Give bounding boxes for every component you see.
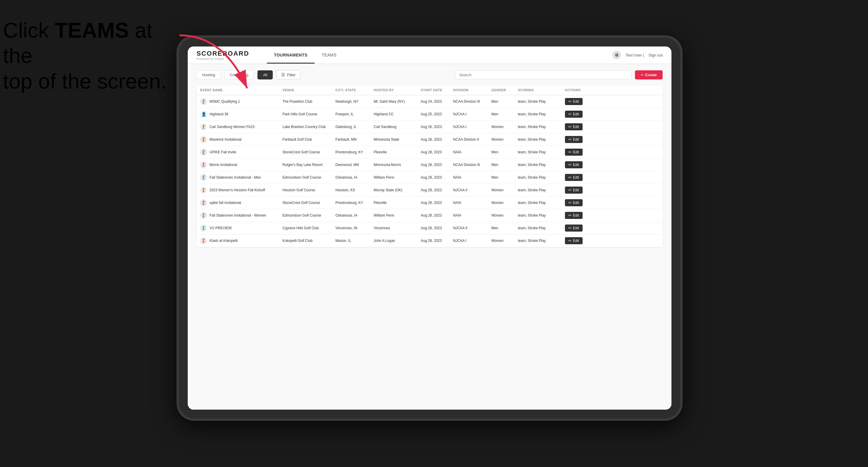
col-scoring: SCORING [518,88,565,92]
td-start-date: Aug 28, 2023 [421,150,453,154]
td-gender: Women [491,125,518,129]
table-row: 🏌 Morris Invitational Rutger's Bay Lake … [196,159,662,171]
td-division: NJCAA II [453,226,491,230]
edit-button[interactable]: ✏ Edit [565,212,583,219]
td-scoring: team, Stroke Play [518,176,565,180]
arrow-indicator [165,29,282,118]
edit-icon: ✏ [568,163,571,167]
td-gender: Women [491,239,518,243]
nav-tab-teams[interactable]: TEAMS [314,46,344,64]
create-button[interactable]: + Create [635,70,662,80]
td-hosted-by: Mt. Saint Mary (NY) [374,99,421,103]
td-scoring: team, Stroke Play [518,112,565,116]
event-icon: 🏌 [200,136,207,143]
header-signout[interactable]: Sign out [649,53,662,57]
event-icon: 🏌 [200,161,207,168]
td-hosted-by: Highland CC [374,112,421,116]
td-venue: Edmundson Golf Course [282,213,335,217]
td-gender: Men [491,99,518,103]
td-actions: ✏ Edit [565,161,591,168]
event-icon: 🏌 [200,237,207,244]
td-hosted-by: Pikeville [374,150,421,154]
table-row: 🏌 Fall Statesmen Invitational - Men Edmu… [196,171,662,184]
td-actions: ✏ Edit [565,136,591,143]
td-gender: Men [491,112,518,116]
event-icon: 🏌 [200,174,207,181]
td-event-name: 🏌 Carl Sandburg Women FA23 [200,123,282,130]
edit-button[interactable]: ✏ Edit [565,136,583,143]
td-gender: Women [491,201,518,205]
edit-icon: ✏ [568,137,571,142]
td-hosted-by: Vincennes [374,226,421,230]
td-city-state: Galesburg, IL [335,125,374,129]
event-icon: 🏌 [200,199,207,206]
col-division: DIVISION [453,88,491,92]
edit-button[interactable]: ✏ Edit [565,111,583,118]
td-gender: Men [491,163,518,167]
td-gender: Men [491,150,518,154]
search-input[interactable] [455,70,631,80]
edit-button[interactable]: ✏ Edit [565,199,583,206]
td-venue: Hesston Golf Course [282,188,335,192]
td-event-name: 🏌 VU PREVIEW [200,224,282,231]
instruction-line1: Click [3,19,55,42]
td-venue: Park Hills Golf Course [282,112,335,116]
plus-icon: + [641,73,643,77]
edit-button[interactable]: ✏ Edit [565,237,583,244]
td-actions: ✏ Edit [565,224,591,231]
td-event-name: 🏌 Morris Invitational [200,161,282,168]
table-row: 🏌 VU PREVIEW Cypress Hills Golf Club Vin… [196,222,662,235]
edit-icon: ✏ [568,239,571,243]
td-start-date: Aug 28, 2023 [421,163,453,167]
td-event-name: 🏌 upike fall invitational [200,199,282,206]
td-gender: Women [491,188,518,192]
col-hosted-by: HOSTED BY [374,88,421,92]
td-division: NAIA [453,150,491,154]
td-city-state: Deerwood, MN [335,163,374,167]
edit-button[interactable]: ✏ Edit [565,174,583,181]
col-venue: VENUE [282,88,335,92]
td-venue: Cypress Hills Golf Club [282,226,335,230]
event-icon: 🏌 [200,149,207,156]
td-scoring: team, Stroke Play [518,99,565,103]
td-venue: Lake Bracken Country Club [282,125,335,129]
td-division: NJCAA I [453,125,491,129]
td-venue: Rutger's Bay Lake Resort [282,163,335,167]
edit-button[interactable]: ✏ Edit [565,224,583,231]
td-venue: StoneCrest Golf Course [282,201,335,205]
edit-button[interactable]: ✏ Edit [565,98,583,105]
td-hosted-by: Minnesota State [374,137,421,142]
edit-button[interactable]: ✏ Edit [565,161,583,168]
td-event-name: 🏌 Fall Statesmen Invitational - Men [200,174,282,181]
event-icon: 🏌 [200,224,207,231]
td-division: NCAA Division III [453,99,491,103]
gear-icon: ⚙ [615,53,619,57]
table-row: 🏌 Fall Statesmen Invitational - Women Ed… [196,209,662,222]
td-scoring: team, Stroke Play [518,239,565,243]
col-actions: ACTIONS [565,88,591,92]
col-start-date: START DATE [421,88,453,92]
td-actions: ✏ Edit [565,111,591,118]
edit-button[interactable]: ✏ Edit [565,149,583,156]
td-hosted-by: John A Logan [374,239,421,243]
td-actions: ✏ Edit [565,149,591,156]
edit-icon: ✏ [568,150,571,154]
instruction-text: Click TEAMS at thetop of the screen. [3,18,180,94]
td-scoring: team, Stroke Play [518,188,565,192]
td-division: NAIA [453,213,491,217]
event-icon: 🏌 [200,212,207,219]
header-user: Test User | [625,53,644,57]
edit-icon: ✏ [568,125,571,129]
edit-button[interactable]: ✏ Edit [565,187,583,194]
col-city-state: CITY, STATE [335,88,374,92]
table-body: 🏌 MSMC Qualifying 1 The Powelton Club Ne… [196,95,662,247]
edit-button[interactable]: ✏ Edit [565,123,583,130]
table-row: 🏌 Maverick Invitational Faribault Golf C… [196,133,662,146]
td-venue: StoneCrest Golf Course [282,150,335,154]
edit-icon: ✏ [568,213,571,217]
user-icon: ⚙ [613,51,621,59]
td-gender: Men [491,176,518,180]
create-label: Create [645,73,657,77]
td-event-name: 🏌 Klash at Kokopelli [200,237,282,244]
event-icon: 🏌 [200,187,207,194]
